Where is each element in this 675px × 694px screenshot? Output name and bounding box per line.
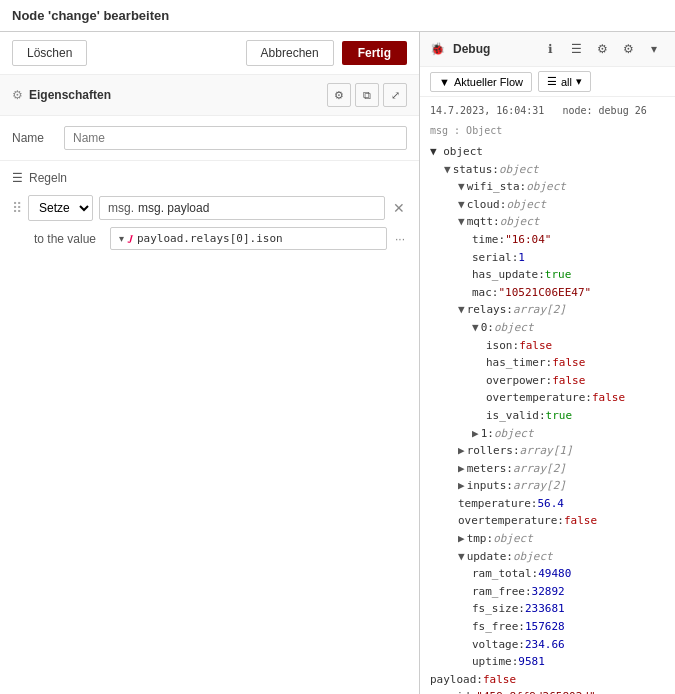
rules-section: ☰ Regeln ⠿ Setze msg. msg. payload ✕ to …: [0, 161, 419, 266]
tree-item[interactable]: ▼ object: [430, 143, 665, 161]
all-filter-label: all: [561, 76, 572, 88]
tree-item[interactable]: fs_size: 233681: [430, 600, 665, 618]
tree-item[interactable]: temperature: 56.4: [430, 495, 665, 513]
done-button[interactable]: Fertig: [342, 41, 407, 65]
flow-filter-icon: ▼: [439, 76, 450, 88]
tree-item[interactable]: ram_total: 49480: [430, 565, 665, 583]
tree-item[interactable]: ▶ 1: object: [430, 425, 665, 443]
tree-item[interactable]: time: "16:04": [430, 231, 665, 249]
debug-filter-bar: ▼ Aktueller Flow ☰ all ▾: [420, 67, 675, 97]
tree-item[interactable]: has_update: true: [430, 266, 665, 284]
tree-item[interactable]: ram_free: 32892: [430, 583, 665, 601]
tree-item[interactable]: ▶ rollers: array[1]: [430, 442, 665, 460]
debug-content[interactable]: 14.7.2023, 16:04:31 node: debug 26 msg :…: [420, 97, 675, 694]
settings-icon-btn[interactable]: ⚙: [617, 38, 639, 60]
delete-rule-button[interactable]: ✕: [391, 198, 407, 218]
debug-icons: ℹ ☰ ⚙ ⚙ ▾: [539, 38, 665, 60]
tree-item[interactable]: ▼ 0: object: [430, 319, 665, 337]
tree-item[interactable]: is_valid: true: [430, 407, 665, 425]
flow-filter-label: Aktueller Flow: [454, 76, 523, 88]
name-label: Name: [12, 131, 52, 145]
list-icon: ☰: [12, 171, 23, 185]
rule-row-1: ⠿ Setze msg. msg. payload ✕: [12, 195, 407, 221]
msg-label: msg.: [108, 201, 134, 215]
tree-item[interactable]: ▼ wifi_sta: object: [430, 178, 665, 196]
delete-button[interactable]: Löschen: [12, 40, 87, 66]
msg-payload-box: msg. msg. payload: [99, 196, 385, 220]
abort-button[interactable]: Abbrechen: [246, 40, 334, 66]
debug-title: Debug: [453, 42, 531, 56]
tree-item[interactable]: overtemperature: false: [430, 389, 665, 407]
tree-item[interactable]: overpower: false: [430, 372, 665, 390]
left-panel: Löschen Abbrechen Fertig ⚙ Eigenschaften…: [0, 32, 420, 694]
page-title: Node 'change' bearbeiten: [0, 0, 675, 32]
tree-item[interactable]: ▼ cloud: object: [430, 196, 665, 214]
properties-label: Eigenschaften: [29, 88, 321, 102]
set-select[interactable]: Setze: [28, 195, 93, 221]
tree-item[interactable]: has_timer: false: [430, 354, 665, 372]
rules-header: ☰ Regeln: [12, 171, 407, 185]
tree-item[interactable]: overtemperature: false: [430, 512, 665, 530]
all-filter-button[interactable]: ☰ all ▾: [538, 71, 591, 92]
debug-tree: ▼ object▼ status: object▼ wifi_sta: obje…: [430, 143, 665, 694]
code-icon: 𝑱: [128, 233, 133, 245]
tree-item[interactable]: fs_free: 157628: [430, 618, 665, 636]
drag-handle[interactable]: ⠿: [12, 200, 22, 216]
tree-item[interactable]: uptime: 9581: [430, 653, 665, 671]
value-box: ▾ 𝑱 payload.relays[0].ison: [110, 227, 387, 250]
rule-to-row: to the value ▾ 𝑱 payload.relays[0].ison …: [34, 227, 407, 250]
bug-icon-btn[interactable]: ⚙: [591, 38, 613, 60]
tree-item[interactable]: ▼ relays: array[2]: [430, 301, 665, 319]
button-row: Löschen Abbrechen Fertig: [0, 32, 419, 75]
name-row: Name: [0, 116, 419, 161]
tree-item[interactable]: ▼ mqtt: object: [430, 213, 665, 231]
properties-header: ⚙ Eigenschaften ⚙ ⧉ ⤢: [0, 75, 419, 116]
debug-node-info: node: debug 26: [562, 105, 646, 116]
all-icon: ☰: [547, 75, 557, 88]
copy-icon-btn[interactable]: ⧉: [355, 83, 379, 107]
tree-item[interactable]: voltage: 234.66: [430, 636, 665, 654]
tree-item[interactable]: mac: "10521C06EE47": [430, 284, 665, 302]
tree-item[interactable]: ▼ status: object: [430, 161, 665, 179]
expand-icon-btn[interactable]: ⤢: [383, 83, 407, 107]
debug-msg-type: msg : Object: [430, 123, 665, 139]
payload-label: msg. payload: [138, 201, 209, 215]
properties-actions: ⚙ ⧉ ⤢: [327, 83, 407, 107]
tree-item[interactable]: ▼ update: object: [430, 548, 665, 566]
tree-item[interactable]: _msgid: "459c8ff9d265802d": [430, 688, 665, 694]
tree-item[interactable]: ison: false: [430, 337, 665, 355]
debug-header: 🐞 Debug ℹ ☰ ⚙ ⚙ ▾: [420, 32, 675, 67]
list-icon-btn[interactable]: ☰: [565, 38, 587, 60]
value-text: payload.relays[0].ison: [137, 232, 283, 245]
tree-item[interactable]: payload: false: [430, 671, 665, 689]
rules-label: Regeln: [29, 171, 67, 185]
tree-item[interactable]: ▶ tmp: object: [430, 530, 665, 548]
debug-timestamp: 14.7.2023, 16:04:31: [430, 105, 544, 116]
tree-item[interactable]: ▶ meters: array[2]: [430, 460, 665, 478]
bug-icon: 🐞: [430, 42, 445, 56]
dropdown-icon: ▾: [119, 233, 124, 244]
more-icon-btn[interactable]: ▾: [643, 38, 665, 60]
info-icon-btn[interactable]: ℹ: [539, 38, 561, 60]
flow-filter-button[interactable]: ▼ Aktueller Flow: [430, 72, 532, 92]
gear-icon: ⚙: [12, 88, 23, 102]
debug-meta: 14.7.2023, 16:04:31 node: debug 26: [430, 103, 665, 119]
settings-icon-btn[interactable]: ⚙: [327, 83, 351, 107]
all-chevron-icon: ▾: [576, 75, 582, 88]
tree-item[interactable]: serial: 1: [430, 249, 665, 267]
right-panel: 🐞 Debug ℹ ☰ ⚙ ⚙ ▾ ▼ Aktueller Flow ☰ all…: [420, 32, 675, 694]
tree-item[interactable]: ▶ inputs: array[2]: [430, 477, 665, 495]
name-input[interactable]: [64, 126, 407, 150]
options-button[interactable]: ···: [393, 230, 407, 248]
to-the-value-label: to the value: [34, 232, 104, 246]
